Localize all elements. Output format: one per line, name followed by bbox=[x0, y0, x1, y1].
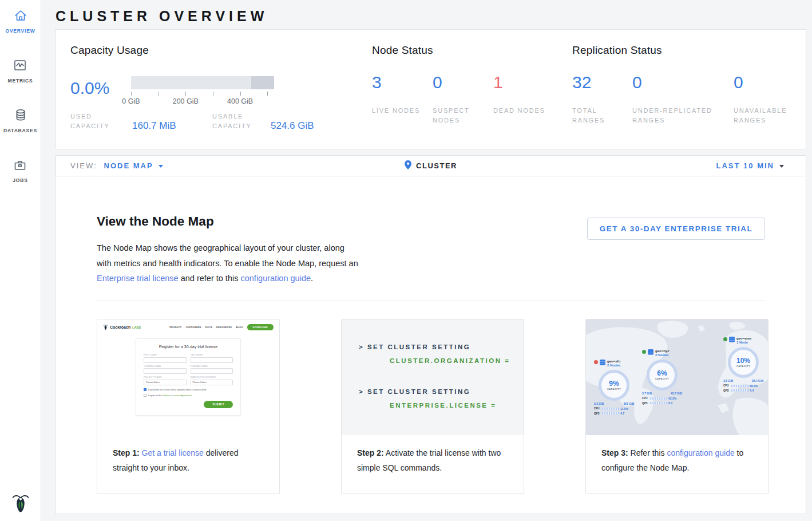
sql-setting: CLUSTER.ORGANIZATION = bbox=[390, 357, 510, 364]
divider bbox=[97, 301, 765, 301]
locality-name: geo=ams bbox=[736, 337, 751, 341]
sidebar-item-metrics[interactable]: METRICS bbox=[8, 58, 33, 84]
location-pin-icon bbox=[405, 160, 411, 172]
nav-item: DOCS bbox=[205, 326, 212, 329]
step-prefix: Step 3: bbox=[601, 448, 628, 457]
locality-node-count: 2 Nodes bbox=[607, 364, 620, 368]
sidebar-item-overview[interactable]: OVERVIEW bbox=[5, 8, 35, 34]
sidebar-item-databases[interactable]: DATABASES bbox=[3, 108, 37, 133]
field-select: Please Select bbox=[191, 380, 233, 385]
locality-header: geo=sfo 2 Nodes bbox=[594, 360, 640, 368]
step-3-caption: Step 3: Refer this configuration guide t… bbox=[586, 435, 768, 475]
trial-registration-form: Register for a 30-day trial license FIRS… bbox=[136, 338, 241, 416]
node-status-section: Node Status 3 LIVE NODES 0 SUSPECT NODES… bbox=[372, 44, 554, 125]
locality-widget-sfo: geo=sfo 2 Nodes 9% CAPACITY 3.2 GiB 351 … bbox=[594, 360, 640, 415]
enterprise-trial-button[interactable]: GET A 30-DAY ENTERPRISE TRIAL bbox=[587, 218, 765, 240]
enterprise-trial-license-link[interactable]: Enterprise trial license bbox=[97, 274, 179, 283]
nodes-cube-icon bbox=[648, 349, 653, 355]
submit-row: SUBMIT bbox=[144, 401, 233, 408]
capacity-stats: USED CAPACITY 160.7 MiB USABLE CAPACITY … bbox=[70, 112, 314, 131]
field-input bbox=[144, 357, 187, 363]
cpu-sparkline bbox=[602, 408, 619, 410]
live-status-icon bbox=[642, 350, 646, 354]
capacity-total: 43.7 GiB bbox=[671, 392, 682, 395]
sidebar: OVERVIEW METRICS DATABASES JOBS bbox=[0, 0, 41, 521]
nav-item: RESOURCES bbox=[216, 326, 232, 329]
time-range-dropdown[interactable]: LAST 10 MIN bbox=[716, 161, 784, 170]
replication-status-section: Replication Status 32 TOTAL RANGES 0 UND… bbox=[572, 44, 791, 125]
field-input bbox=[144, 368, 187, 374]
view-dropdown[interactable]: NODE MAP bbox=[104, 161, 163, 170]
cpu-sparkline bbox=[650, 397, 667, 400]
field-select: Please Select bbox=[144, 380, 187, 385]
field-label: LAST NAME bbox=[191, 354, 233, 356]
cpu-value: 11.0% bbox=[620, 407, 628, 411]
capacity-total: 351 GiB bbox=[623, 402, 634, 405]
time-range-value: LAST 10 MIN bbox=[716, 161, 774, 170]
suspect-nodes-value: 0 bbox=[433, 74, 493, 91]
capacity-percent: 9% bbox=[609, 380, 619, 387]
capacity-used: 3.6 GiB bbox=[723, 379, 733, 382]
nav-item: PRODUCT bbox=[169, 326, 181, 329]
capacity-usage-section: Capacity Usage 0.0% bbox=[70, 44, 314, 131]
home-icon bbox=[13, 8, 28, 25]
live-nodes-value: 3 bbox=[372, 74, 433, 91]
app-root: OVERVIEW METRICS DATABASES JOBS bbox=[0, 0, 812, 521]
capacity-bar-reserved-segment bbox=[251, 76, 274, 89]
capacity-donut: 9% CAPACITY bbox=[599, 370, 629, 401]
qps-sparkline bbox=[731, 389, 748, 392]
sidebar-item-jobs[interactable]: JOBS bbox=[13, 157, 27, 183]
sql-setting: ENTERPRISE.LICENSE = bbox=[390, 402, 496, 409]
qps-sparkline bbox=[650, 402, 667, 404]
qps-label: QPS bbox=[642, 402, 648, 405]
locality-node-count: 2 Nodes bbox=[655, 353, 670, 357]
qps-value: 4.4 bbox=[750, 389, 754, 392]
qps-row: QPS 4.7 bbox=[594, 412, 640, 415]
field-label: PROJECT PHASE bbox=[144, 376, 187, 378]
steps-cards: Cockroach LABS PRODUCT CUSTOMERS DOCS RE… bbox=[97, 319, 769, 494]
get-trial-license-link[interactable]: Get a trial license bbox=[142, 448, 204, 457]
locality-name: geo=nyc bbox=[655, 349, 670, 353]
form-fields: FIRST NAME LAST NAME COMPANY NAME COMPAN… bbox=[144, 352, 233, 385]
dead-nodes-stat: 1 DEAD NODES bbox=[493, 74, 554, 125]
capacity-used: 3.2 GiB bbox=[594, 402, 604, 405]
live-nodes-stat: 3 LIVE NODES bbox=[372, 74, 433, 125]
capacity-used: 3.7 GiB bbox=[642, 392, 652, 395]
cpu-label: CPU bbox=[594, 407, 600, 410]
cpu-label: CPU bbox=[723, 384, 730, 387]
axis-label: 0 GiB bbox=[122, 97, 140, 105]
suspect-nodes-label: SUSPECT NODES bbox=[433, 106, 490, 125]
configuration-guide-link[interactable]: configuration guide bbox=[240, 274, 311, 283]
capacity-usage-chart: 0.0% bbox=[70, 76, 314, 106]
chevron-down-icon bbox=[159, 165, 163, 168]
capacity-range: 3.6 GiB 36.4 GiB bbox=[723, 379, 763, 382]
capacity-percent: 10% bbox=[736, 357, 750, 364]
database-icon bbox=[13, 108, 28, 125]
step-1-caption: Step 1: Get a trial license delivered st… bbox=[97, 435, 279, 475]
locality-header: geo=nyc 2 Nodes bbox=[642, 349, 688, 357]
sidebar-item-label: METRICS bbox=[8, 78, 33, 84]
nodes-cube-icon bbox=[729, 337, 735, 342]
cockroach-bug-icon bbox=[103, 324, 108, 330]
configuration-guide-link[interactable]: configuration guide bbox=[667, 448, 734, 457]
capacity-range: 3.2 GiB 351 GiB bbox=[594, 402, 634, 405]
cpu-row: CPU 11.0% bbox=[594, 407, 640, 411]
sidebar-item-label: DATABASES bbox=[3, 128, 37, 133]
submit-pill: SUBMIT bbox=[204, 401, 233, 408]
view-selector-group: VIEW: NODE MAP bbox=[56, 161, 163, 170]
capacity-usage-title: Capacity Usage bbox=[70, 44, 314, 57]
checkbox-icon bbox=[144, 394, 146, 397]
cpu-sparkline bbox=[731, 385, 748, 387]
cpu-value: 58.3% bbox=[750, 384, 758, 388]
total-ranges-stat: 32 TOTAL RANGES bbox=[572, 74, 632, 125]
used-capacity-label: USED CAPACITY bbox=[70, 112, 132, 131]
dead-nodes-label: DEAD NODES bbox=[493, 106, 550, 116]
qps-label: QPS bbox=[723, 389, 730, 392]
step-2-caption: Step 2: Activate the trial license with … bbox=[342, 435, 524, 475]
cpu-row: CPU 42.5% bbox=[642, 397, 688, 400]
total-ranges-label: TOTAL RANGES bbox=[572, 106, 629, 125]
cockroach-labs-brand: Cockroach LABS bbox=[103, 324, 141, 330]
qps-label: QPS bbox=[594, 412, 600, 415]
used-capacity-value: 160.7 MiB bbox=[132, 120, 212, 131]
field-label: COMPANY NAME bbox=[144, 365, 187, 368]
